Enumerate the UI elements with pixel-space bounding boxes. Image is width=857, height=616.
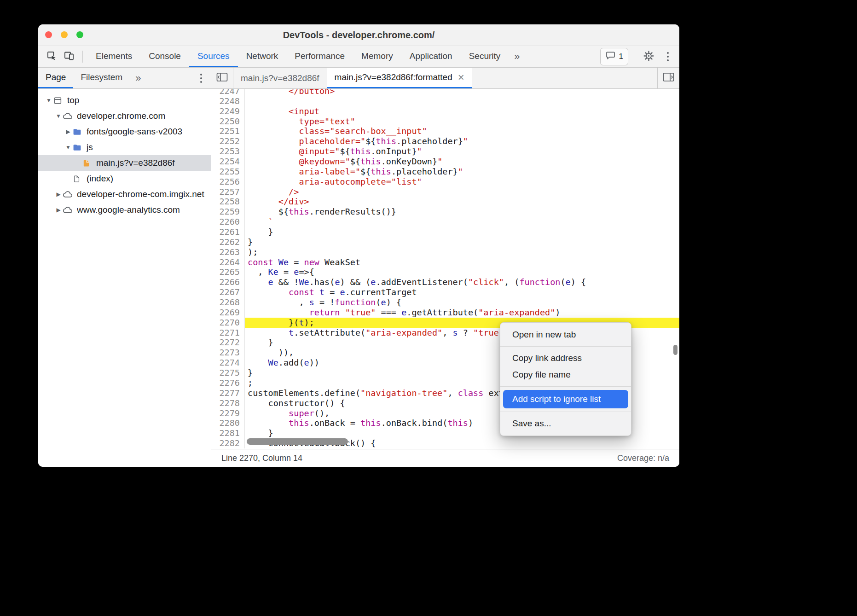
menu-item-copy-file-name[interactable]: Copy file name: [500, 366, 631, 383]
code-line-text[interactable]: </button>: [245, 89, 679, 96]
line-number[interactable]: 2279: [211, 408, 245, 418]
tree-item-main-js-v-e382d86f[interactable]: main.js?v=e382d86f: [38, 155, 211, 171]
code-line-text[interactable]: const t = e.currentTarget: [245, 287, 679, 297]
code-line-text[interactable]: aria-label="${this.placeholder}": [245, 167, 679, 177]
line-number[interactable]: 2259: [211, 207, 245, 217]
tab-performance[interactable]: Performance: [286, 46, 353, 67]
tree-item-fonts-google-sans-v2003[interactable]: ▶fonts/google-sans-v2003: [38, 124, 211, 139]
tab-network[interactable]: Network: [238, 46, 287, 67]
code-line-text[interactable]: placeholder="${this.placeholder}": [245, 136, 679, 146]
settings-button[interactable]: [640, 50, 657, 64]
tab-elements[interactable]: Elements: [87, 46, 140, 67]
code-line-text[interactable]: </div>: [245, 197, 679, 207]
expander-closed-icon[interactable]: ▶: [64, 128, 73, 135]
line-number[interactable]: 2282: [211, 438, 245, 448]
tree-item-index[interactable]: (index): [38, 171, 211, 186]
line-number[interactable]: 2267: [211, 287, 245, 297]
code-line-text[interactable]: class="search-box__input": [245, 126, 679, 136]
navigator-menu-button[interactable]: [194, 71, 208, 85]
menu-item-copy-link-address[interactable]: Copy link address: [500, 350, 631, 366]
code-line-text[interactable]: , s = !function(e) {: [245, 297, 679, 308]
line-number[interactable]: 2262: [211, 237, 245, 247]
close-window-button[interactable]: [45, 31, 52, 38]
issues-button[interactable]: 1: [600, 48, 628, 65]
code-line-text[interactable]: }: [245, 237, 679, 247]
line-number[interactable]: 2247: [211, 89, 245, 96]
tree-item-www-google-analytics-com[interactable]: ▶www.google-analytics.com: [38, 202, 211, 218]
expander-closed-icon[interactable]: ▶: [54, 207, 63, 213]
more-panels-button[interactable]: »: [509, 46, 525, 67]
close-tab-icon[interactable]: ×: [458, 72, 464, 83]
line-number[interactable]: 2281: [211, 428, 245, 438]
device-toolbar-button[interactable]: [60, 46, 78, 67]
code-line-text[interactable]: `: [245, 217, 679, 227]
tree-item-js[interactable]: ▼js: [38, 139, 211, 155]
editor-tab-main-js-formatted[interactable]: main.js?v=e382d86f:formatted ×: [327, 68, 472, 88]
tree-item-top[interactable]: ▼top: [38, 93, 211, 108]
line-number[interactable]: 2280: [211, 418, 245, 428]
tab-security[interactable]: Security: [461, 46, 509, 67]
line-number[interactable]: 2257: [211, 187, 245, 197]
line-number[interactable]: 2263: [211, 247, 245, 257]
tree-item-developer-chrome-com[interactable]: ▼developer.chrome.com: [38, 108, 211, 124]
tab-console[interactable]: Console: [140, 46, 189, 67]
expander-open-icon[interactable]: ▼: [54, 113, 63, 119]
line-number[interactable]: 2255: [211, 167, 245, 177]
editor-tab-main-js[interactable]: main.js?v=e382d86f: [233, 68, 327, 88]
code-line-text[interactable]: const We = new WeakSet: [245, 257, 679, 267]
line-number[interactable]: 2272: [211, 337, 245, 348]
line-number[interactable]: 2253: [211, 146, 245, 157]
tab-page[interactable]: Page: [38, 68, 73, 88]
tab-sources[interactable]: Sources: [189, 46, 238, 67]
horizontal-scrollbar-thumb[interactable]: [247, 438, 348, 445]
expander-open-icon[interactable]: ▼: [44, 97, 53, 104]
menu-item-add-script-to-ignore-list[interactable]: Add script to ignore list: [503, 390, 628, 408]
line-number[interactable]: 2261: [211, 227, 245, 237]
line-number[interactable]: 2271: [211, 328, 245, 338]
inspect-element-button[interactable]: [43, 46, 60, 67]
code-line-text[interactable]: );: [245, 247, 679, 257]
hide-navigator-button[interactable]: [211, 68, 233, 88]
minimize-window-button[interactable]: [61, 31, 68, 38]
menu-item-save-as[interactable]: Save as...: [500, 415, 631, 432]
code-line-text[interactable]: , Ke = e=>{: [245, 267, 679, 277]
code-line-text[interactable]: />: [245, 187, 679, 197]
line-number[interactable]: 2265: [211, 267, 245, 277]
line-number[interactable]: 2248: [211, 96, 245, 106]
code-line-text[interactable]: @keydown="${this.onKeyDown}": [245, 157, 679, 167]
line-number[interactable]: 2276: [211, 378, 245, 388]
code-line-text[interactable]: ${this.renderResults()}: [245, 207, 679, 217]
line-number[interactable]: 2274: [211, 358, 245, 368]
code-line-text[interactable]: [245, 96, 679, 106]
code-line-text[interactable]: type="text": [245, 116, 679, 127]
zoom-window-button[interactable]: [76, 31, 83, 38]
line-number[interactable]: 2251: [211, 126, 245, 136]
vertical-scrollbar-thumb[interactable]: [673, 345, 677, 355]
expander-closed-icon[interactable]: ▶: [54, 191, 63, 198]
code-line-text[interactable]: aria-autocomplete="list": [245, 177, 679, 187]
code-line-text[interactable]: }: [245, 227, 679, 237]
line-number[interactable]: 2252: [211, 136, 245, 146]
code-line-text[interactable]: @input="${this.onInput}": [245, 146, 679, 157]
line-number[interactable]: 2258: [211, 197, 245, 207]
line-number[interactable]: 2269: [211, 308, 245, 318]
menu-item-open-in-new-tab[interactable]: Open in new tab: [500, 326, 631, 343]
line-number[interactable]: 2254: [211, 157, 245, 167]
tab-memory[interactable]: Memory: [353, 46, 401, 67]
line-number[interactable]: 2278: [211, 398, 245, 408]
tab-application[interactable]: Application: [401, 46, 461, 67]
line-number[interactable]: 2260: [211, 217, 245, 227]
line-number[interactable]: 2250: [211, 116, 245, 127]
line-number[interactable]: 2275: [211, 368, 245, 378]
show-debugger-sidebar-button[interactable]: [657, 68, 679, 88]
more-navigator-tabs-button[interactable]: »: [130, 68, 146, 88]
tree-item-developer-chrome-com-imgix-net[interactable]: ▶developer-chrome-com.imgix.net: [38, 186, 211, 202]
line-number[interactable]: 2249: [211, 106, 245, 116]
line-number[interactable]: 2264: [211, 257, 245, 267]
line-number[interactable]: 2268: [211, 297, 245, 308]
line-number[interactable]: 2266: [211, 277, 245, 287]
line-number[interactable]: 2256: [211, 177, 245, 187]
line-number[interactable]: 2270: [211, 318, 245, 328]
customize-devtools-button[interactable]: [661, 50, 675, 64]
expander-open-icon[interactable]: ▼: [64, 144, 73, 151]
